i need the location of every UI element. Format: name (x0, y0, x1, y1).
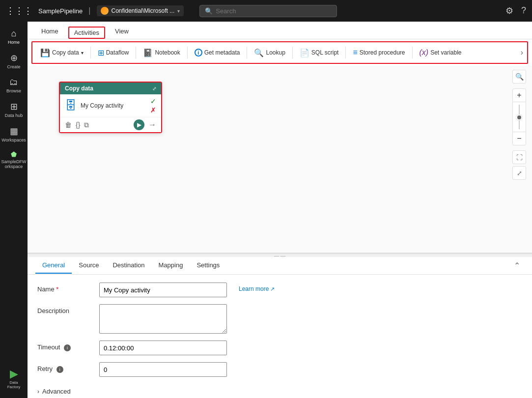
bottom-panel: — — General Source Destination Mapping S… (28, 253, 532, 398)
copy-node-resize-icon: ⤢ (152, 86, 156, 91)
breadcrumb-text: Confidential\Microsoft ... (112, 7, 175, 14)
canvas-and-panel: Copy data ⤢ 🗄 My Copy activity ✓ ✗ 🗑 {} (28, 66, 532, 398)
tab-destination[interactable]: Destination (106, 257, 151, 274)
sql-script-icon: 📄 (300, 48, 309, 57)
tab-settings[interactable]: Settings (190, 257, 226, 274)
zoom-expand-button[interactable]: ⤢ (512, 166, 526, 180)
zoom-in-button[interactable]: + (512, 88, 526, 102)
toolbar-lookup-button[interactable]: 🔍 Lookup (250, 46, 289, 59)
advanced-section[interactable]: › Advanced (28, 385, 532, 398)
zoom-search-button[interactable]: 🔍 (512, 70, 526, 84)
pipeline-title: SamplePipeline (38, 7, 83, 15)
dataflow-icon: ⊞ (98, 48, 104, 57)
tab-mapping[interactable]: Mapping (152, 257, 190, 274)
form-label-retry: Retry i (37, 362, 91, 373)
copy-node-run-button[interactable]: ▶ (134, 119, 144, 130)
zoom-slider-thumb (516, 114, 522, 120)
tab-bar: Home Activities View (28, 22, 532, 39)
form-label-name: Name (37, 283, 91, 293)
copy-node-code-icon[interactable]: {} (76, 121, 80, 129)
content-area: Home Activities View 💾 Copy data ▾ ⊞ Dat… (28, 22, 532, 398)
toolbar-divider-2 (136, 47, 136, 58)
sidebar: ⌂ Home ⊕ Create 🗂 Browse ⊞ Data hub ▦ Wo… (0, 22, 28, 398)
panel-collapse-button[interactable]: ⌃ (510, 257, 524, 274)
learn-more-external-icon: ↗ (270, 286, 275, 292)
toolbar-dataflow-button[interactable]: ⊞ Dataflow (94, 46, 133, 59)
sidebar-item-sampleDFW[interactable]: ⬟ SampleDFW orkspace (1, 147, 27, 172)
toolbar-stored-procedure-label: Stored procedure (360, 49, 405, 56)
notebook-icon: 📓 (143, 48, 153, 57)
canvas-area: Copy data ⤢ 🗄 My Copy activity ✓ ✗ 🗑 {} (28, 66, 532, 253)
zoom-out-button[interactable]: − (512, 132, 526, 145)
stored-procedure-icon: ≡ (353, 48, 357, 57)
tab-activities[interactable]: Activities (68, 27, 105, 39)
name-input[interactable] (99, 283, 227, 297)
advanced-chevron-icon: › (37, 388, 39, 395)
copy-node-db-icon: 🗄 (65, 99, 77, 113)
zoom-slider-group: + − (512, 88, 526, 145)
copy-node-body: 🗄 My Copy activity ✓ ✗ (60, 94, 161, 117)
form-row-retry: Retry i (37, 362, 522, 377)
tab-general[interactable]: General (35, 257, 72, 274)
tab-home[interactable]: Home (35, 25, 64, 39)
toolbar-dataflow-label: Dataflow (106, 49, 129, 56)
toolbar-copy-data-button[interactable]: 💾 Copy data ▾ (36, 46, 87, 59)
sidebar-item-create-label: Create (7, 64, 20, 69)
toolbar-lookup-label: Lookup (266, 49, 285, 56)
tab-view[interactable]: View (109, 25, 135, 39)
timeout-input[interactable] (99, 341, 227, 355)
sidebar-item-workspaces[interactable]: ▦ Workspaces (1, 123, 27, 145)
lookup-icon: 🔍 (254, 48, 264, 57)
workspaces-icon: ▦ (10, 126, 18, 137)
toolbar-divider-1 (90, 47, 91, 58)
sidebar-item-sampleDFW-label: SampleDFW orkspace (1, 159, 27, 169)
toolbar-get-metadata-label: Get metadata (204, 49, 240, 56)
sidebar-bottom: ▶ Data Factory (1, 365, 27, 398)
breadcrumb-icon (101, 7, 109, 15)
sidebar-item-home[interactable]: ⌂ Home (1, 26, 27, 48)
sampleDFW-icon: ⬟ (11, 150, 17, 158)
copy-node-copy-icon[interactable]: ⧉ (84, 121, 89, 129)
learn-more-link[interactable]: Learn more ↗ (239, 283, 275, 292)
copy-node-arrow-icon[interactable]: → (148, 120, 156, 129)
toolbar-get-metadata-button[interactable]: i Get metadata (191, 47, 244, 58)
set-variable-icon: (x) (420, 48, 429, 57)
copy-node-status-x: ✗ (150, 106, 156, 114)
copy-data-icon: 💾 (40, 48, 50, 57)
toolbar-divider-5 (292, 47, 293, 58)
bottom-tabs: General Source Destination Mapping Setti… (28, 257, 532, 275)
toolbar-sql-script-button[interactable]: 📄 SQL script (296, 46, 343, 59)
toolbar-sql-script-label: SQL script (311, 49, 339, 56)
sidebar-item-browse[interactable]: 🗂 Browse (1, 74, 27, 96)
sidebar-item-create[interactable]: ⊕ Create (1, 50, 27, 72)
app-menu-icon[interactable]: ⋮⋮⋮ (6, 5, 32, 16)
help-icon[interactable]: ? (521, 5, 526, 16)
form-row-description: Description (37, 304, 522, 334)
tab-source[interactable]: Source (72, 257, 106, 274)
sidebar-item-datahub[interactable]: ⊞ Data hub (1, 98, 27, 121)
main-layout: ⌂ Home ⊕ Create 🗂 Browse ⊞ Data hub ▦ Wo… (0, 22, 532, 398)
zoom-fullscreen-button[interactable]: ⛶ (512, 150, 526, 164)
retry-input[interactable] (99, 362, 227, 377)
settings-icon[interactable]: ⚙ (505, 5, 513, 16)
search-input[interactable] (216, 7, 332, 15)
breadcrumb[interactable]: Confidential\Microsoft ... ▾ (97, 5, 184, 16)
sidebar-data-factory[interactable]: ▶ Data Factory (1, 365, 27, 392)
toolbar-notebook-button[interactable]: 📓 Notebook (139, 46, 184, 59)
copy-node-delete-icon[interactable]: 🗑 (65, 121, 72, 129)
form-label-description: Description (37, 304, 91, 314)
toolbar-set-variable-button[interactable]: (x) Set variable (416, 46, 466, 59)
home-icon: ⌂ (11, 28, 17, 39)
toolbar-stored-procedure-button[interactable]: ≡ Stored procedure (349, 46, 409, 59)
zoom-slider[interactable] (512, 102, 526, 132)
search-bar[interactable]: 🔍 (199, 5, 337, 17)
copy-data-node[interactable]: Copy data ⤢ 🗄 My Copy activity ✓ ✗ 🗑 {} (59, 82, 162, 133)
topbar-separator: | (88, 6, 90, 15)
copy-node-actions: 🗑 {} ⧉ ▶ → (60, 117, 161, 132)
copy-node-status: ✓ ✗ (150, 97, 156, 114)
toolbar: 💾 Copy data ▾ ⊞ Dataflow 📓 Notebook i Ge… (31, 41, 528, 64)
sidebar-item-datahub-label: Data hub (5, 113, 23, 118)
toolbar-more-button[interactable]: › (521, 48, 523, 57)
description-input[interactable] (99, 304, 227, 334)
general-form: Name Learn more ↗ Description (28, 275, 532, 385)
